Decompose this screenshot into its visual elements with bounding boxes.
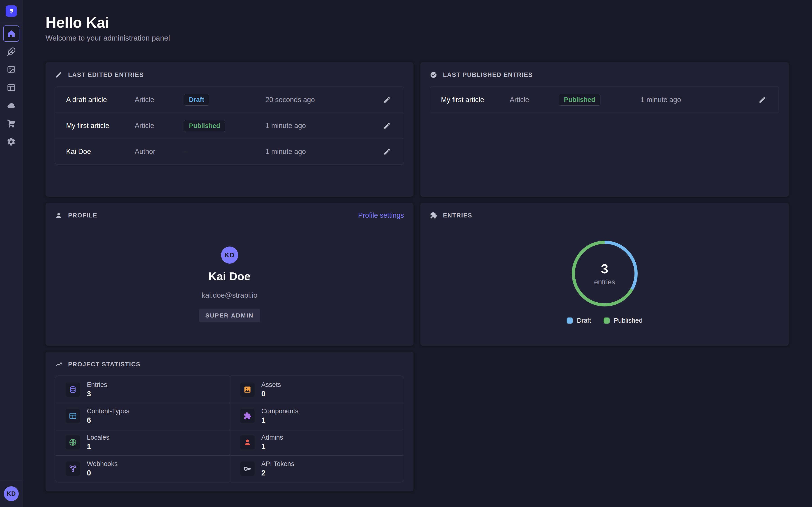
entry-type: Article	[135, 122, 184, 130]
layout-icon	[66, 409, 80, 423]
cart-icon	[7, 119, 16, 128]
donut-total-label: entries	[594, 278, 615, 286]
sidebar-item-media-library[interactable]	[3, 61, 19, 78]
image-icon	[240, 382, 255, 397]
stat-value: 6	[87, 416, 130, 425]
key-icon	[240, 461, 255, 476]
panel-title: ENTRIES	[443, 212, 472, 219]
status-badge: Draft	[184, 94, 209, 106]
legend-label: Draft	[577, 317, 591, 324]
panel-title: LAST EDITED ENTRIES	[68, 71, 144, 78]
profile-email: kai.doe@strapi.io	[202, 291, 258, 299]
stat-label: Locales	[87, 434, 109, 441]
stat-label: Components	[261, 407, 298, 415]
database-icon	[66, 382, 80, 397]
panel-title: PROJECT STATISTICS	[68, 361, 141, 368]
stat-value: 3	[87, 390, 107, 398]
panel-title: PROFILE	[68, 212, 97, 219]
stat-value: 0	[261, 390, 281, 398]
pencil-icon	[55, 71, 62, 78]
entry-updated-time: 20 seconds ago	[265, 96, 381, 104]
chart-legend: DraftPublished	[567, 317, 642, 324]
pencil-icon	[383, 122, 391, 129]
edit-entry-button[interactable]	[381, 94, 393, 106]
stat-label: Assets	[261, 381, 281, 389]
pencil-icon	[759, 96, 766, 104]
table-row[interactable]: My first articleArticlePublished1 minute…	[55, 113, 404, 138]
layout-icon	[7, 83, 16, 92]
entry-updated-time: 1 minute ago	[265, 148, 381, 156]
user-avatar[interactable]: KD	[4, 486, 19, 501]
check-circle-icon	[430, 71, 437, 78]
entry-status: Published	[184, 120, 265, 132]
entry-type: Author	[135, 148, 184, 156]
project-statistics-panel: PROJECT STATISTICS Entries3Assets0Conten…	[46, 352, 413, 492]
last-edited-table: A draft articleArticleDraft20 seconds ag…	[55, 87, 404, 165]
table-row[interactable]: Kai DoeAuthor-1 minute ago	[55, 138, 404, 165]
legend-label: Published	[614, 317, 642, 324]
strapi-logo-icon[interactable]	[6, 5, 17, 17]
stat-value: 1	[87, 442, 109, 451]
panel-title: LAST PUBLISHED ENTRIES	[443, 71, 533, 78]
edit-entry-button[interactable]	[757, 94, 768, 106]
stat-cell-locales: Locales1	[55, 429, 230, 455]
images-icon	[7, 65, 16, 74]
entry-type: Article	[135, 96, 184, 104]
stat-cell-components: Components1	[230, 403, 404, 429]
user-icon	[55, 212, 62, 219]
stat-label: Webhooks	[87, 460, 118, 467]
stat-label: Admins	[261, 434, 283, 441]
page-subtitle: Welcome to your administration panel	[46, 34, 170, 42]
sidebar-item-settings[interactable]	[3, 133, 19, 150]
puzzle-icon	[240, 409, 255, 423]
legend-item: Draft	[567, 317, 591, 324]
sidebar-item-content-type-builder[interactable]	[3, 79, 19, 96]
stat-label: Content-Types	[87, 407, 130, 415]
stat-value: 0	[87, 469, 118, 477]
cloud-icon	[7, 101, 16, 110]
webhook-icon	[66, 461, 80, 476]
table-row[interactable]: My first articleArticlePublished1 minute…	[430, 87, 779, 113]
last-edited-entries-panel: LAST EDITED ENTRIES A draft articleArtic…	[46, 62, 413, 197]
entry-status: Published	[559, 94, 641, 106]
last-published-table: My first articleArticlePublished1 minute…	[430, 87, 779, 113]
donut-total: 3	[601, 261, 608, 276]
stat-label: API Tokens	[261, 460, 294, 467]
edit-entry-button[interactable]	[381, 120, 393, 131]
trending-up-icon	[55, 361, 62, 368]
entries-donut-chart: 3 entries	[572, 241, 638, 306]
stat-value: 1	[261, 416, 298, 425]
entry-name: A draft article	[66, 96, 135, 104]
status-empty: -	[184, 148, 186, 156]
admin-user-icon	[240, 435, 255, 450]
stats-grid: Entries3Assets0Content-Types6Components1…	[55, 376, 404, 482]
stat-cell-api-tokens: API Tokens2	[230, 455, 404, 482]
table-row[interactable]: A draft articleArticleDraft20 seconds ag…	[55, 87, 404, 113]
sidebar-nav	[3, 25, 19, 150]
legend-swatch	[567, 318, 573, 324]
page-title: Hello Kai	[46, 14, 109, 31]
home-icon	[7, 29, 16, 38]
profile-panel: PROFILE Profile settings KD Kai Doe kai.…	[46, 203, 413, 346]
sidebar-item-home[interactable]	[3, 25, 19, 42]
gear-icon	[7, 137, 16, 146]
avatar: KD	[221, 246, 238, 264]
globe-icon	[66, 435, 80, 450]
edit-entry-button[interactable]	[381, 146, 393, 158]
feather-icon	[7, 47, 16, 56]
entries-panel: ENTRIES 3 entries DraftPublished	[420, 203, 789, 346]
entry-status: Draft	[184, 94, 265, 106]
stat-cell-entries: Entries3	[55, 376, 230, 403]
profile-name: Kai Doe	[208, 270, 250, 283]
legend-item: Published	[604, 317, 642, 324]
profile-settings-link[interactable]: Profile settings	[358, 211, 404, 220]
sidebar-item-marketplace[interactable]	[3, 116, 19, 132]
status-badge: Published	[559, 94, 600, 106]
pencil-icon	[383, 96, 391, 104]
sidebar-item-deploy[interactable]	[3, 98, 19, 114]
entry-updated-time: 1 minute ago	[265, 122, 381, 130]
sidebar-item-content-manager[interactable]	[3, 44, 19, 60]
pencil-icon	[383, 148, 391, 156]
sidebar: KD	[0, 0, 23, 507]
stat-cell-content-types: Content-Types6	[55, 403, 230, 429]
